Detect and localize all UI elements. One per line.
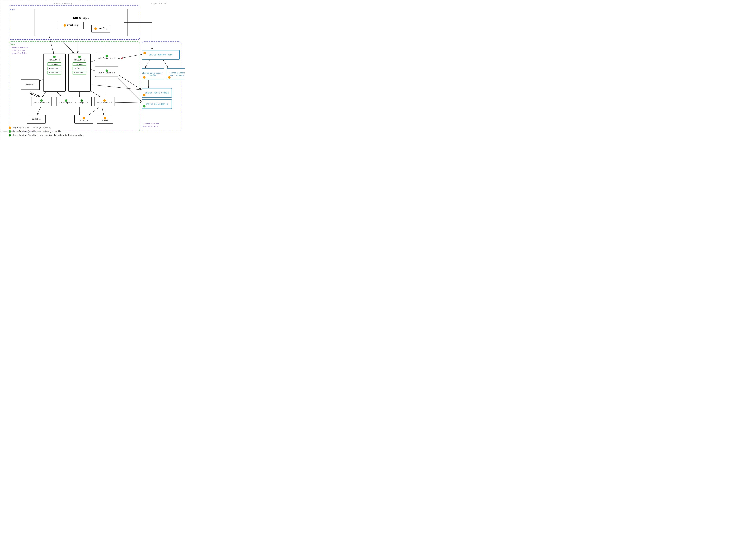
- feature-a-dot: [53, 56, 56, 58]
- apps-label: apps: [9, 8, 15, 11]
- config-node: config: [91, 25, 110, 32]
- libs-label: libs: [9, 43, 15, 46]
- scope-shared-label: scope:shared: [150, 2, 167, 5]
- shared-between-apps-text: shared between multiple apps: [144, 123, 168, 128]
- shared-pattern-core-node: shared-pattern-core: [142, 50, 180, 60]
- util-b-node: util-b: [97, 115, 113, 123]
- model-b-dot: [83, 117, 85, 119]
- event-a-node: event-a: [21, 80, 40, 90]
- feature-b-dot: [78, 56, 81, 58]
- routing-node: routing: [58, 22, 84, 29]
- shared-pattern-core-dot: [144, 52, 146, 54]
- shared-ui-widget-a-dot: [143, 105, 146, 107]
- feature-a-component-box-1: component: [48, 67, 61, 70]
- model-b-node: model-b: [74, 115, 93, 123]
- feature-b-service-box: service: [73, 62, 86, 66]
- some-app-node: some-app routing config: [34, 9, 128, 36]
- sub-feature-b1-dot: [106, 55, 108, 57]
- diagram-container: scope:some-app scope:shared apps libs sh…: [0, 0, 185, 140]
- feature-b-component-box: component: [73, 71, 86, 75]
- routing-dot: [64, 24, 66, 27]
- data-access-b-node: data-access-b: [94, 97, 115, 106]
- ui-widget-b-node: ui-widget-b: [72, 97, 92, 106]
- legend: eagerly loaded (main.js bundle) lazy loa…: [9, 126, 84, 136]
- shared-model-config-dot: [143, 94, 146, 96]
- shared-between-libs-text: shared between multiple app specific lib…: [12, 46, 32, 55]
- scope-some-app-label: scope:some-app: [54, 2, 72, 5]
- shared-data-access-config-dot: [143, 76, 146, 79]
- legend-item-eagerly: eagerly loaded (main.js bundle): [9, 126, 84, 129]
- sub-feature-b2-dot: [106, 70, 108, 72]
- feature-a-service-box: service: [48, 62, 61, 66]
- legend-dot-green: [9, 130, 11, 133]
- util-b-dot: [104, 117, 106, 119]
- shared-data-access-config-node: shared-data-access-config: [142, 68, 164, 80]
- feature-b-selector-box: selector: [73, 67, 86, 70]
- shared-model-config-node: shared-model-config: [142, 88, 172, 98]
- ui-widget-b-dot: [81, 99, 83, 102]
- data-access-a-node: data-access-a: [31, 97, 52, 106]
- legend-item-lazy-explicit: lazy loaded (explicit <route>.js bundle): [9, 130, 84, 133]
- config-dot: [94, 27, 97, 30]
- ui-widget-a-dot: [65, 99, 67, 102]
- red-x-mark: ✗: [121, 56, 123, 60]
- feature-a-component-box-2: component: [48, 71, 61, 75]
- legend-dot-dark-green: [9, 134, 11, 136]
- sub-feature-b1-node: sub-feature-b-1: [95, 52, 118, 62]
- legend-dot-orange: [9, 126, 11, 129]
- model-a-node: model-a: [27, 115, 46, 123]
- legend-item-lazy-implicit: lazy loaded (implicit automatically extr…: [9, 134, 84, 136]
- sub-feature-b2-node: sub-feature-b2: [95, 67, 118, 77]
- data-access-b-dot: [103, 99, 106, 102]
- feature-a-node: feature-a service component component: [43, 54, 66, 92]
- shared-pattern-http-node: shared-pattern-http-interceptor: [167, 68, 185, 80]
- shared-ui-widget-a-node: shared-ui-widget-a: [142, 99, 172, 109]
- shared-pattern-http-dot: [168, 76, 171, 79]
- data-access-a-dot: [40, 99, 43, 102]
- feature-b-node: feature-b service selector component: [68, 54, 91, 92]
